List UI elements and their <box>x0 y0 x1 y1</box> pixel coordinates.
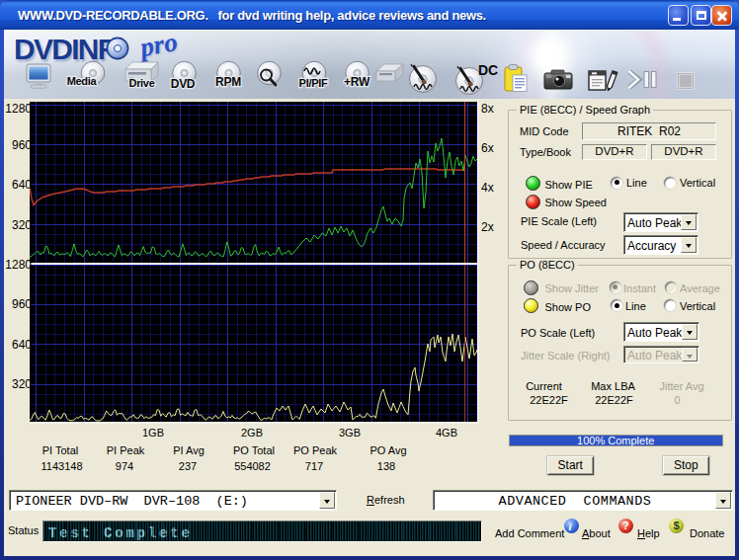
svg-text:DVD: DVD <box>171 77 196 91</box>
svg-text:PI/PIF: PI/PIF <box>299 77 328 89</box>
svg-text:DC: DC <box>478 62 498 78</box>
svg-text:RPM: RPM <box>215 75 241 89</box>
svg-text:+RW: +RW <box>344 75 370 89</box>
svg-text:Media: Media <box>67 75 98 87</box>
svg-text:Drive: Drive <box>128 77 154 89</box>
